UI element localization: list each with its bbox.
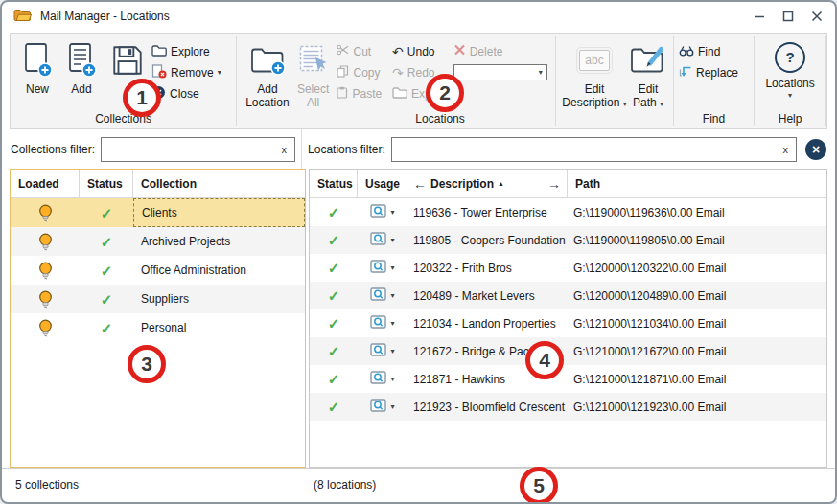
collections-table-header: Loaded Status Collection: [11, 170, 305, 198]
find-group-label: Find: [674, 112, 754, 126]
save-collection-button[interactable]: [104, 38, 151, 82]
clear-all-filters-button[interactable]: ×: [805, 139, 826, 160]
location-row[interactable]: ✓ ▾ 120322 - Frith Bros G:\120000\120322…: [310, 254, 826, 282]
locations-table-header: Status Usage ← Description ▲ → Path: [310, 170, 826, 198]
location-description: 119636 - Tower Enterprise: [407, 198, 568, 226]
collection-name: Clients: [133, 198, 305, 227]
folder-search-icon: [370, 398, 388, 416]
filter-row: Collections filter: x Locations filter: …: [2, 129, 835, 169]
maximize-button[interactable]: [781, 10, 795, 23]
grow-column-icon[interactable]: →: [547, 177, 561, 191]
new-document-icon: [22, 39, 53, 81]
usage-dropdown-icon: ▾: [390, 375, 394, 383]
location-row[interactable]: ✓ ▾ 119805 - Coopers Foundation G:\11900…: [310, 226, 826, 254]
ribbon-group-edit: abc Edit Description ▾ Edit Path ▾: [556, 34, 673, 128]
location-path: G:\121000\121871\0.00 Email: [568, 365, 826, 393]
find-button[interactable]: Find: [679, 43, 738, 59]
add-location-button[interactable]: Add Location: [242, 38, 293, 111]
location-description: 121034 - Landon Properties: [407, 309, 568, 337]
delete-combo-column: Delete ▾: [453, 38, 550, 80]
locations-filter-clear-icon[interactable]: x: [783, 144, 789, 155]
location-row[interactable]: ✓ ▾ 121923 - Bloomfield Crescent G:\1210…: [310, 393, 826, 421]
location-row[interactable]: ✓ ▾ 119636 - Tower Enterprise G:\119000\…: [310, 198, 826, 226]
locations-count: (8 locations): [314, 478, 376, 492]
replace-button[interactable]: Replace: [679, 64, 738, 80]
help-locations-button[interactable]: ? Locations ▾: [759, 38, 821, 102]
header-status[interactable]: Status: [310, 170, 358, 197]
header-loaded[interactable]: Loaded: [11, 170, 80, 197]
close-collection-button[interactable]: Close: [151, 85, 221, 102]
header-status[interactable]: Status: [80, 170, 133, 197]
header-description[interactable]: ← Description ▲ →: [407, 170, 568, 197]
edit-path-button[interactable]: Edit Path ▾: [628, 38, 668, 111]
collections-filter-clear-icon[interactable]: x: [282, 144, 288, 155]
cut-button[interactable]: Cut: [337, 43, 392, 59]
collection-row[interactable]: ✓ Personal: [11, 313, 305, 342]
collection-row[interactable]: ✓ Clients: [11, 198, 305, 227]
collection-row[interactable]: ✓ Office Administration: [11, 256, 305, 285]
usage-dropdown-button[interactable]: ▾: [358, 226, 407, 254]
close-button[interactable]: [810, 10, 824, 23]
minimize-button[interactable]: [753, 10, 766, 23]
app-folder-icon: [13, 9, 32, 25]
location-row[interactable]: ✓ ▾ 121871 - Hawkins G:\121000\121871\0.…: [310, 365, 826, 393]
shrink-column-icon[interactable]: ←: [413, 177, 427, 191]
check-icon: ✓: [328, 344, 340, 358]
new-collection-button[interactable]: New: [15, 38, 59, 97]
usage-dropdown-button[interactable]: ▾: [358, 393, 407, 421]
usage-dropdown-button[interactable]: ▾: [358, 254, 407, 282]
usage-dropdown-icon: ▾: [390, 347, 394, 355]
remove-collection-button[interactable]: Remove ▾: [151, 64, 221, 80]
header-usage[interactable]: Usage: [358, 170, 407, 197]
usage-dropdown-button[interactable]: ▾: [358, 337, 407, 365]
delete-location-button[interactable]: Delete: [453, 43, 550, 59]
usage-dropdown-button[interactable]: ▾: [358, 365, 407, 393]
location-path: G:\119000\119636\0.00 Email: [568, 198, 826, 226]
binoculars-icon: [679, 44, 694, 59]
usage-dropdown-button[interactable]: ▾: [358, 309, 407, 337]
check-icon: ✓: [328, 205, 340, 219]
check-icon: ✓: [328, 316, 340, 331]
undo-button[interactable]: ↶ Undo: [392, 43, 453, 59]
check-icon: ✓: [328, 288, 340, 303]
ribbon-group-find: Find Replace Find: [674, 34, 754, 128]
copy-button[interactable]: Copy: [337, 64, 392, 80]
header-path[interactable]: Path: [568, 170, 826, 197]
collections-pane: Loaded Status Collection ✓ Clients ✓ Arc…: [10, 169, 306, 468]
location-description: 121923 - Bloomfield Crescent: [407, 393, 568, 421]
check-icon: ✓: [328, 372, 340, 386]
locations-filter-input[interactable]: [392, 138, 796, 161]
paste-button[interactable]: Paste: [337, 85, 392, 102]
collections-group-label: Collections: [11, 112, 236, 126]
usage-dropdown-button[interactable]: ▾: [358, 198, 407, 226]
usage-dropdown-icon: ▾: [390, 402, 394, 411]
lightbulb-icon: [11, 227, 80, 256]
header-collection[interactable]: Collection: [133, 170, 305, 197]
annotation-circle-3: 3: [128, 345, 166, 383]
clipboard-buttons: Cut Copy: [337, 38, 392, 102]
collection-row[interactable]: ✓ Archived Projects: [11, 227, 305, 256]
remove-document-icon: [151, 64, 167, 81]
check-icon: ✓: [328, 233, 340, 247]
location-description: 119805 - Coopers Foundation: [407, 226, 568, 254]
edit-description-button[interactable]: abc Edit Description ▾: [561, 38, 628, 111]
explore-collection-button[interactable]: Explore: [151, 43, 221, 59]
ribbon-group-collections: New Add: [11, 34, 236, 128]
usage-dropdown-button[interactable]: ▾: [358, 282, 407, 309]
location-row[interactable]: ✓ ▾ 121672 - Bridge & Pace G:\121000\121…: [310, 337, 826, 365]
folder-search-icon: [370, 370, 388, 388]
location-description: 120322 - Frith Bros: [407, 254, 568, 282]
collection-row[interactable]: ✓ Suppliers: [11, 285, 305, 313]
main-area: Loaded Status Collection ✓ Clients ✓ Arc…: [10, 169, 827, 468]
add-collection-button[interactable]: Add: [59, 38, 104, 97]
copy-icon: [337, 65, 349, 80]
collections-filter-input[interactable]: [102, 138, 294, 161]
location-path: G:\121000\121034\0.00 Email: [568, 309, 826, 337]
status-bar: 5 collections (8 locations): [2, 468, 835, 501]
usage-dropdown-icon: ▾: [390, 319, 394, 328]
remove-dropdown-icon[interactable]: ▾: [218, 68, 221, 77]
location-row[interactable]: ✓ ▾ 120489 - Market Levers G:\120000\120…: [310, 282, 826, 309]
select-all-button[interactable]: Select All: [293, 38, 334, 111]
location-combobox[interactable]: ▾: [453, 64, 547, 80]
location-row[interactable]: ✓ ▾ 121034 - Landon Properties G:\121000…: [310, 309, 826, 337]
